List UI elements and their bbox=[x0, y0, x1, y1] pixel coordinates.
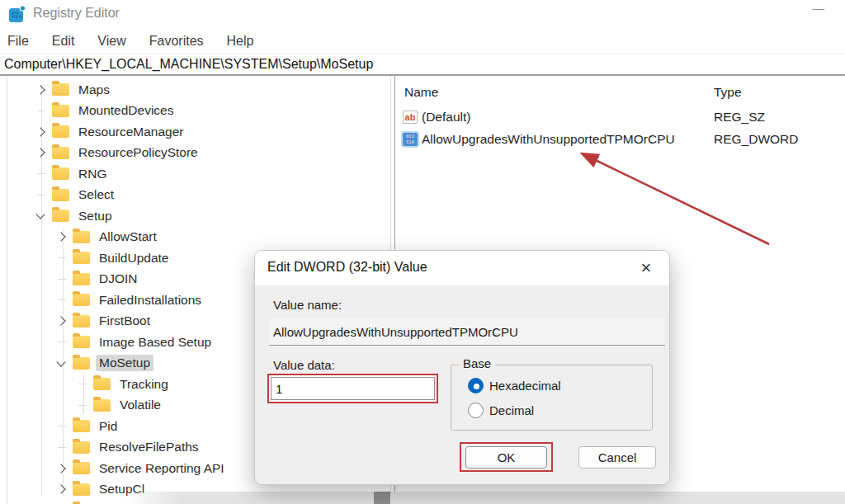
tree-item-label[interactable]: ResourcePolicyStore bbox=[75, 144, 201, 161]
tree-item-resourcepolicystore[interactable]: ResourcePolicyStore bbox=[0, 143, 395, 164]
chevron-right-icon[interactable] bbox=[56, 464, 65, 473]
horizontal-scrollbar[interactable] bbox=[124, 492, 845, 504]
tree-item-label[interactable]: FirstBoot bbox=[96, 313, 153, 329]
tree-item-mounteddevices[interactable]: MountedDevices bbox=[0, 101, 395, 122]
chevron-right-icon[interactable] bbox=[56, 485, 65, 494]
tree-item-allowstart[interactable]: AllowStart bbox=[0, 227, 395, 248]
value-name: AllowUpgradesWithUnsupportedTPMOrCPU bbox=[422, 132, 675, 147]
column-header-type[interactable]: Type bbox=[714, 85, 742, 100]
tree-item-select[interactable]: Select bbox=[0, 185, 395, 206]
tree-connector-line bbox=[78, 405, 87, 406]
folder-icon bbox=[52, 189, 69, 201]
address-bar[interactable]: Computer\HKEY_LOCAL_MACHINE\SYSTEM\Setup… bbox=[0, 54, 845, 76]
radio-hexadecimal-selected[interactable] bbox=[468, 378, 484, 393]
tree-item-label[interactable]: Maps bbox=[75, 82, 113, 98]
value-data-highlight bbox=[267, 374, 438, 403]
value-name-label: Value name: bbox=[273, 298, 342, 312]
tree-connector-line bbox=[58, 447, 66, 448]
folder-icon bbox=[93, 399, 111, 412]
scrollbar-thumb[interactable] bbox=[374, 492, 390, 504]
close-icon[interactable]: × bbox=[635, 257, 658, 280]
folder-icon bbox=[73, 294, 90, 306]
tree-item-label[interactable]: Image Based Setup bbox=[96, 334, 215, 351]
menu-item-edit[interactable]: Edit bbox=[40, 28, 87, 54]
menu-item-favorites[interactable]: Favorites bbox=[138, 28, 215, 54]
dword-value-icon: 011 110 bbox=[403, 133, 418, 146]
menu-item-help[interactable]: Help bbox=[215, 28, 266, 54]
menu-item-view[interactable]: View bbox=[86, 28, 137, 54]
tree-connector-line bbox=[58, 341, 66, 342]
folder-icon bbox=[52, 210, 69, 222]
ok-button[interactable]: OK bbox=[465, 446, 547, 469]
minimize-button[interactable]: — bbox=[813, 2, 824, 15]
tree-item-label[interactable]: Pid bbox=[96, 418, 120, 435]
folder-icon bbox=[73, 252, 90, 264]
value-row-default[interactable]: ab(Default)REG_SZ bbox=[396, 106, 845, 128]
chevron-right-icon[interactable] bbox=[35, 127, 45, 136]
chevron-right-icon[interactable] bbox=[56, 317, 65, 326]
radio-label: Decimal bbox=[489, 403, 534, 417]
column-header-name[interactable]: Name bbox=[404, 85, 438, 100]
value-name-field: AllowUpgradesWithUnsupportedTPMOrCPU bbox=[269, 318, 665, 346]
folder-icon bbox=[52, 125, 69, 138]
tree-item-label[interactable]: RNG bbox=[75, 166, 110, 182]
folder-icon bbox=[73, 273, 90, 285]
menu-bar: FileEditViewFavoritesHelp bbox=[0, 28, 845, 54]
tree-item-resourcemanager[interactable]: ResourceManager bbox=[0, 121, 395, 143]
tree-item-label[interactable]: Select bbox=[75, 186, 117, 203]
tree-item-label[interactable]: BuildUpdate bbox=[96, 250, 172, 266]
window-title: Registry Editor bbox=[33, 6, 120, 21]
tree-item-label[interactable]: Service Reporting API bbox=[96, 460, 228, 477]
ok-button-highlight: OK bbox=[460, 442, 553, 472]
folder-icon bbox=[73, 441, 90, 454]
cancel-button[interactable]: Cancel bbox=[578, 446, 656, 469]
tree-connector-line bbox=[37, 111, 45, 111]
dialog-title: Edit DWORD (32-bit) Value bbox=[267, 260, 427, 275]
base-groupbox: HexadecimalDecimal bbox=[451, 365, 653, 431]
menu-item-file[interactable]: File bbox=[0, 28, 40, 54]
tree-connector-line bbox=[58, 257, 66, 258]
folder-icon bbox=[52, 167, 69, 180]
value-name: (Default) bbox=[422, 110, 470, 125]
tree-item-label[interactable]: MountedDevices bbox=[75, 102, 177, 119]
value-row-allowupgradeswithunsupportedtpmorcpu[interactable]: 011 110AllowUpgradesWithUnsupportedTPMOr… bbox=[396, 128, 845, 150]
folder-icon bbox=[73, 420, 90, 432]
address-path: Computer\HKEY_LOCAL_MACHINE\SYSTEM\Setup… bbox=[0, 57, 373, 72]
base-group-label: Base bbox=[459, 356, 495, 370]
chevron-down-icon[interactable] bbox=[56, 357, 65, 366]
dialog-title-bar: Edit DWORD (32-bit) Value × bbox=[255, 251, 669, 285]
tree-connector-line bbox=[58, 426, 66, 426]
tree-item-label[interactable]: DJOIN bbox=[96, 271, 141, 287]
radio-decimal[interactable] bbox=[468, 403, 484, 418]
tree-item-label[interactable]: Tracking bbox=[116, 376, 172, 393]
chevron-down-icon[interactable] bbox=[35, 210, 45, 219]
tree-item-label[interactable]: Setup bbox=[75, 208, 116, 224]
string-value-icon: ab bbox=[403, 111, 418, 124]
folder-icon bbox=[52, 147, 69, 159]
registry-editor-icon bbox=[8, 5, 26, 23]
value-data-input[interactable] bbox=[271, 377, 435, 400]
tree-item-label[interactable]: AllowStart bbox=[96, 228, 160, 245]
tree-item-maps[interactable]: Maps bbox=[0, 79, 395, 101]
folder-icon bbox=[73, 357, 90, 370]
base-option-hexadecimal[interactable]: Hexadecimal bbox=[468, 378, 561, 393]
values-header: Name Type bbox=[396, 82, 845, 104]
tree-item-setup[interactable]: Setup bbox=[0, 205, 395, 227]
tree-item-label[interactable]: ResolveFilePaths bbox=[96, 439, 202, 455]
tree-item-label[interactable]: Volatile bbox=[116, 397, 164, 413]
tree-item-label[interactable]: MoSetup bbox=[96, 355, 153, 371]
radio-label: Hexadecimal bbox=[489, 379, 561, 393]
folder-icon bbox=[73, 231, 90, 243]
folder-icon bbox=[73, 315, 90, 327]
folder-icon bbox=[73, 462, 90, 474]
chevron-right-icon[interactable] bbox=[35, 85, 45, 94]
tree-item-label[interactable]: ResourceManager bbox=[75, 124, 187, 140]
edit-dword-dialog: Edit DWORD (32-bit) Value × Value name: … bbox=[254, 250, 670, 485]
value-data-label: Value data: bbox=[273, 358, 335, 372]
chevron-right-icon[interactable] bbox=[35, 148, 45, 158]
chevron-right-icon[interactable] bbox=[56, 233, 65, 242]
tree-item-label[interactable]: FailedInstallations bbox=[96, 292, 205, 309]
tree-item-rng[interactable]: RNG bbox=[0, 163, 395, 185]
folder-icon bbox=[73, 483, 90, 496]
base-option-decimal[interactable]: Decimal bbox=[468, 403, 534, 418]
